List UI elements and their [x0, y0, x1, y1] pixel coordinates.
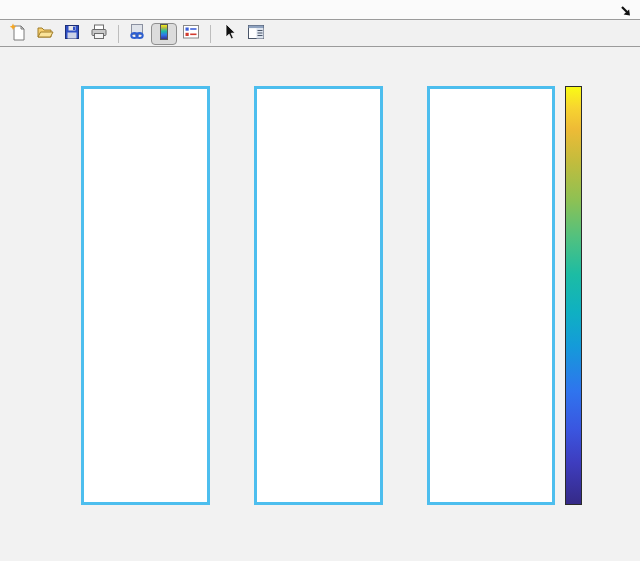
plot-title-k1	[81, 59, 210, 81]
figure-toolbar	[0, 21, 640, 47]
menu-view[interactable]	[31, 0, 45, 19]
menu-insert[interactable]	[45, 0, 59, 19]
new-document-icon	[9, 23, 27, 45]
save-figure-button[interactable]	[59, 23, 85, 45]
print-icon	[90, 23, 108, 45]
toolbar-separator	[118, 25, 119, 43]
plot-box-k2[interactable]	[254, 86, 383, 505]
plot-box-k1[interactable]	[81, 86, 210, 505]
menu-bar	[0, 0, 640, 20]
mouse-cursor-icon	[620, 4, 632, 22]
plot-box-k3[interactable]	[427, 86, 555, 505]
open-folder-icon	[36, 23, 54, 45]
legend-icon	[182, 23, 200, 45]
edit-plot-button[interactable]	[216, 23, 242, 45]
open-file-button[interactable]	[32, 23, 58, 45]
menu-help[interactable]	[73, 0, 87, 19]
insert-legend-button[interactable]	[178, 23, 204, 45]
colorbar-icon	[155, 23, 173, 45]
plot-points-k3	[430, 89, 552, 502]
panel-icon	[247, 23, 265, 45]
plot-points-k1	[84, 89, 207, 502]
toolbar-separator	[210, 25, 211, 43]
print-figure-button[interactable]	[86, 23, 112, 45]
link-plot-button[interactable]	[124, 23, 150, 45]
property-inspector-button[interactable]	[243, 23, 269, 45]
plot-title-k3	[427, 59, 555, 81]
menu-edit[interactable]	[17, 0, 31, 19]
plot-title-k2	[254, 59, 383, 81]
save-icon	[63, 23, 81, 45]
insert-colorbar-button[interactable]	[151, 23, 177, 45]
figure-canvas	[0, 47, 640, 561]
menu-file[interactable]	[3, 0, 17, 19]
link-icon	[128, 23, 146, 45]
new-figure-button[interactable]	[5, 23, 31, 45]
pointer-icon	[220, 23, 238, 45]
colorbar-gradient[interactable]	[565, 86, 582, 505]
menu-tools[interactable]	[59, 0, 73, 19]
plot-points-k2	[257, 89, 380, 502]
